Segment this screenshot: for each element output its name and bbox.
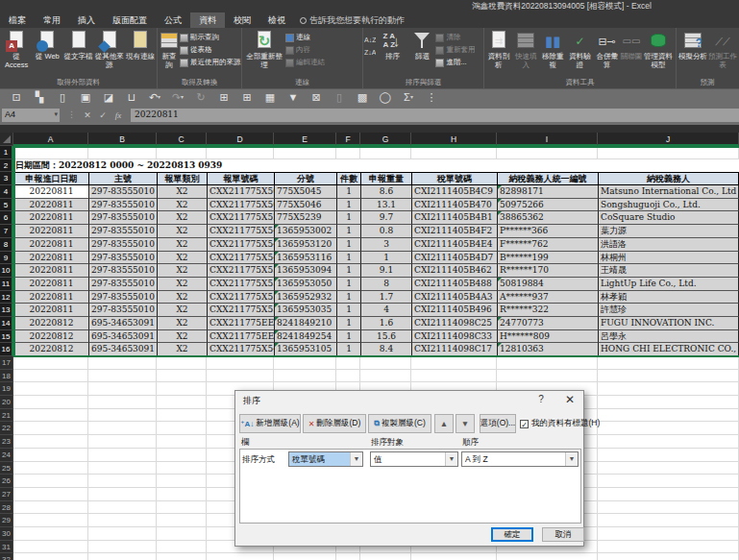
pivot-icon[interactable]: ▦ (261, 90, 279, 105)
cell-E7[interactable]: 1365953002 (274, 225, 336, 238)
properties-button[interactable]: 內容 (285, 44, 325, 56)
what-if-analysis-button[interactable]: ? 模擬分析 (677, 30, 708, 61)
column-header-E[interactable]: E (274, 133, 336, 146)
enter-entry-icon[interactable]: ✓ (96, 109, 110, 122)
cell-B24[interactable] (88, 449, 157, 462)
cell-J25[interactable] (598, 462, 739, 475)
cell-J17[interactable] (598, 356, 739, 370)
cell-J4[interactable]: Matsuno International Co., Ltd (598, 185, 739, 199)
cell-E6[interactable]: 775X5239 (274, 211, 336, 225)
cell-G13[interactable]: 4 (360, 304, 411, 317)
cell-F11[interactable]: 1 (336, 278, 360, 291)
cell-I8[interactable]: F******762 (497, 238, 598, 252)
cell-B19[interactable] (88, 382, 157, 396)
reapply-button[interactable]: 重新套用 (435, 44, 475, 56)
cell-A26[interactable] (13, 475, 88, 488)
move-down-button[interactable]: ▼ (456, 414, 475, 433)
row-header-21[interactable]: 21 (0, 409, 13, 423)
table-header-cell[interactable]: 報單號碼 (207, 172, 274, 185)
cell-C27[interactable] (157, 488, 207, 501)
cell-B15[interactable]: 695-34653091 (88, 330, 157, 344)
table-header-cell[interactable]: 分號 (274, 172, 336, 185)
row-header-2[interactable]: 2 (0, 159, 13, 173)
cell-I13[interactable]: R******322 (497, 304, 598, 317)
column-header-C[interactable]: C (157, 133, 207, 146)
cell-C7[interactable]: X2 (157, 225, 207, 238)
cell-I14[interactable]: 24770773 (497, 317, 598, 330)
cell-J31[interactable] (598, 541, 739, 554)
cell-H32[interactable] (411, 553, 497, 560)
table-header-cell[interactable]: 件數 (336, 172, 360, 185)
cell-J15[interactable]: 呂學永 (598, 330, 739, 344)
from-table-button[interactable]: 從表格 (180, 44, 241, 56)
cell-A4[interactable]: 20220811 (13, 185, 88, 199)
from-other-sources-button[interactable]: 從其他來源 (94, 30, 125, 69)
cell-H15[interactable]: CXI21114098C33 (411, 330, 497, 344)
forecast-sheet-button[interactable]: ⟋⟋ 預測工作表 (708, 30, 737, 69)
cell-J21[interactable] (598, 409, 739, 423)
cell-C25[interactable] (157, 462, 207, 475)
cell-F7[interactable]: 1 (336, 225, 360, 238)
cell-H4[interactable]: CXI2111405B4C9 (411, 185, 497, 199)
sort-button[interactable]: Z AA Z↓ 排序 (376, 30, 408, 61)
cell-C16[interactable]: X2 (157, 343, 207, 356)
cell-F10[interactable]: 1 (336, 264, 360, 278)
cell-A9[interactable]: 20220811 (13, 252, 88, 265)
cell-G7[interactable]: 0.8 (360, 225, 411, 238)
cell-B31[interactable] (88, 541, 157, 554)
cell-H17[interactable] (411, 356, 497, 370)
row-header-25[interactable]: 25 (0, 462, 13, 475)
cell-E16[interactable]: 1365953105 (274, 343, 336, 356)
sort-descending-button[interactable]: Z↓A (364, 46, 376, 58)
cell-J23[interactable] (598, 435, 739, 449)
row-header-28[interactable]: 28 (0, 501, 13, 515)
dialog-help-button[interactable]: ? (528, 391, 554, 408)
cell-C4[interactable]: X2 (157, 185, 207, 199)
cell-A18[interactable] (13, 370, 88, 383)
edit-sheet-icon[interactable]: ⊠ (308, 90, 325, 105)
cell-G12[interactable]: 1.7 (360, 291, 411, 304)
cell-F4[interactable]: 1 (336, 185, 360, 199)
from-text-button[interactable]: 從文字檔 (62, 30, 93, 61)
filter-button[interactable]: 篩選 (408, 30, 435, 61)
cell-J20[interactable] (598, 396, 739, 409)
cell-D8[interactable]: CXX211775X5439 (207, 238, 274, 252)
cell-B26[interactable] (88, 475, 157, 488)
cell-J32[interactable] (598, 553, 739, 560)
cell-A27[interactable] (13, 488, 88, 501)
cell-J8[interactable]: 洪語洛 (598, 238, 739, 252)
row-header-19[interactable]: 19 (0, 382, 13, 396)
tab-插入[interactable]: 插入 (69, 12, 104, 28)
cell-G1[interactable] (360, 146, 411, 159)
cell-A25[interactable] (13, 462, 88, 475)
row-header-32[interactable]: 32 (0, 553, 13, 560)
autosum-icon[interactable]: Σ▾ (400, 90, 417, 105)
cell-B5[interactable]: 297-83555010 (88, 199, 157, 212)
order-select[interactable]: A 到 Z▼ (461, 451, 579, 467)
row-header-11[interactable]: 11 (0, 278, 13, 291)
manage-data-model-button[interactable]: 管理資料模型 (642, 30, 675, 69)
cell-B1[interactable] (88, 146, 157, 159)
data-validation-button[interactable]: ✓ 資料驗證 (566, 30, 593, 69)
cell-D15[interactable]: CXX211775EE769 (207, 330, 274, 344)
cell-H6[interactable]: CXI2111405B4B1 (411, 211, 497, 225)
cell-E15[interactable]: 8241849254 (274, 330, 336, 344)
cell-C5[interactable]: X2 (157, 199, 207, 212)
cell-F14[interactable]: 1 (336, 317, 360, 330)
cell-H7[interactable]: CXI2111405B4F2 (411, 225, 497, 238)
cell-D10[interactable]: CXX211775X5556 (207, 264, 274, 278)
cell-G15[interactable]: 15.6 (360, 330, 411, 344)
cell-J9[interactable]: 林桐州 (598, 252, 739, 265)
advanced-filter-button[interactable]: 進階... (435, 57, 475, 68)
cell-F1[interactable] (336, 146, 360, 159)
cell-A13[interactable]: 20220811 (13, 304, 88, 317)
flash-fill-button[interactable]: 快速填入 (512, 30, 539, 69)
cell-C12[interactable]: X2 (157, 291, 207, 304)
ok-button[interactable]: 確定 (491, 527, 533, 542)
row-header-14[interactable]: 14 (0, 317, 13, 330)
tab-版面配置[interactable]: 版面配置 (104, 12, 156, 28)
filter-icon[interactable]: ▼ (284, 90, 302, 105)
cell-G8[interactable]: 3 (360, 238, 411, 252)
cell-B32[interactable] (88, 553, 157, 560)
edit-links-button[interactable]: 編輯連結 (285, 57, 325, 68)
